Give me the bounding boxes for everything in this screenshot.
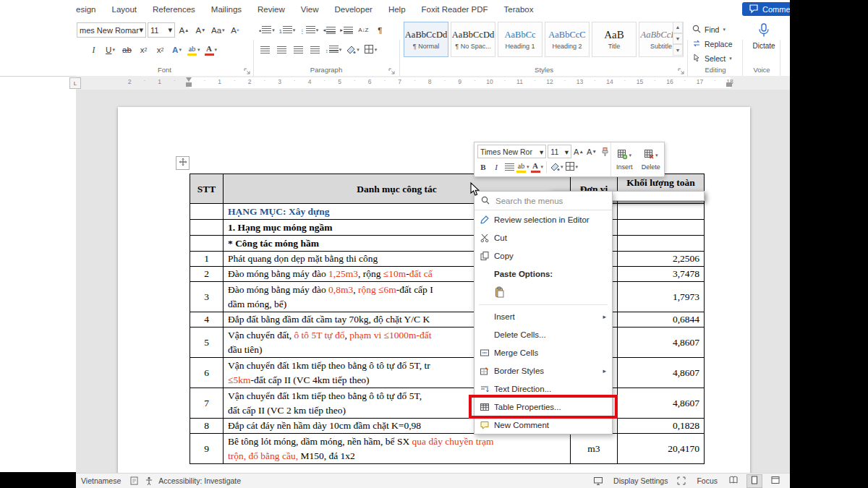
web-layout-button[interactable] [768,475,783,487]
horizontal-ruler[interactable]: 21123456789101112131415161718···········… [76,76,790,90]
select-button[interactable]: Select▾ [692,51,733,65]
mini-bullets-button[interactable] [503,160,515,174]
estimate-table[interactable]: STTDanh mục công tácĐơn vịKhối lượng toà… [190,174,705,464]
line-spacing-button[interactable]: ↕▾ [324,42,343,57]
style-gallery-down-button[interactable]: ▼ [673,33,683,45]
shrink-font-button[interactable]: A▼ [193,22,208,38]
table-header-cell[interactable]: STT [190,174,224,204]
table-cell[interactable]: 4 [190,312,224,328]
align-right-button[interactable] [291,42,306,57]
table-cell[interactable] [618,236,705,252]
proofing-status-icon[interactable] [129,476,140,486]
style-card-heading-1[interactable]: AaBbCcHeading 1 [498,22,542,57]
left-indent-marker[interactable] [186,82,192,87]
text-effects-button[interactable]: A▾ [169,42,184,57]
table-cell[interactable]: 1,7973 [618,282,705,312]
paragraph-dialog-launcher[interactable] [388,65,396,73]
justify-button[interactable] [307,42,323,57]
table-cell[interactable]: 7 [190,388,224,419]
decrease-indent-button[interactable]: ◂ [321,22,337,38]
table-cell[interactable] [190,204,224,220]
table-cell[interactable]: 8 [190,419,224,434]
menu-item-text-direction[interactable]: Text Direction... [475,380,612,398]
ribbon-tab-layout[interactable]: Layout [104,5,145,14]
sort-button[interactable]: A↓Z [356,22,371,38]
style-card-heading-2[interactable]: AaBbCcCHeading 2 [545,22,590,57]
table-cell[interactable]: 4,8607 [618,388,705,419]
increase-indent-button[interactable]: ▸ [339,22,354,38]
table-cell[interactable]: Bê tông lót móng, dầm móng, nền hầm, bể … [224,434,571,464]
show-formatting-marks-button[interactable]: ¶ [373,22,388,38]
numbering-button[interactable]: 1▾ [278,22,297,38]
language-status[interactable]: Vietnamese [81,476,121,485]
table-cell[interactable]: 2 [190,267,224,282]
table-cell[interactable]: 1 [190,252,224,267]
ribbon-tab-view[interactable]: View [293,5,327,14]
accessibility-status[interactable]: Accessibility: Investigate [158,476,241,485]
table-cell[interactable]: 5 [190,328,224,358]
table-move-handle[interactable] [176,156,190,170]
menu-item-cut[interactable]: Cut [475,228,612,247]
table-cell[interactable]: 3 [190,282,224,312]
ribbon-tab-references[interactable]: References [145,5,203,14]
read-mode-button[interactable] [726,475,741,487]
focus-button[interactable]: Focus [697,476,718,485]
table-cell[interactable] [190,236,224,252]
menu-item-insert[interactable]: Insert▸ [475,307,612,325]
menu-item-merge-cells[interactable]: Merge Cells [475,343,612,361]
print-layout-button[interactable] [746,474,762,488]
subscript-button[interactable]: x2 [136,42,151,57]
menu-item-table-properties[interactable]: Table Properties... [475,398,612,416]
align-left-button[interactable] [258,42,273,57]
style-card-title[interactable]: AaBTitle [592,22,637,57]
table-cell[interactable]: 2,2506 [618,252,705,267]
multilevel-list-button[interactable]: ⋮▾ [298,22,320,38]
menu-item-border-styles[interactable]: Border Styles▸ [475,361,612,380]
font-size-combo[interactable]: 11 ▾ [148,22,175,38]
mini-font-size-combo[interactable]: 11 ▾ [548,145,571,158]
mini-format-painter-button[interactable] [599,145,610,158]
font-name-combo[interactable]: mes New Romar ▾ [77,22,146,38]
table-cell[interactable]: m3 [571,434,618,464]
table-cell[interactable]: 0,6844 [618,312,705,328]
replace-button[interactable]: Replace [692,37,733,51]
table-cell[interactable]: 3,7478 [618,267,705,282]
table-cell[interactable] [190,220,224,236]
menu-item-copy[interactable]: Copy [475,247,612,265]
underline-button[interactable]: U▾ [103,42,118,57]
mini-italic-button[interactable]: I [490,160,502,174]
font-dialog-launcher[interactable] [243,65,251,73]
tab-selector-button[interactable]: L [69,77,81,89]
table-cell[interactable] [618,204,705,220]
menu-item-paste-options[interactable]: Paste Options: [475,265,612,283]
table-cell[interactable]: 9 [190,434,224,464]
find-button[interactable]: Find▾ [692,22,733,36]
borders-button[interactable]: ▾ [362,42,379,57]
mini-font-color-button[interactable]: A▾ [531,160,544,174]
table-cell[interactable]: 4,8607 [618,358,705,388]
highlight-color-button[interactable]: ab▾ [186,42,202,57]
ribbon-tab-review[interactable]: Review [250,5,293,14]
style-gallery-up-button[interactable]: ▲ [673,22,683,33]
dictate-button[interactable]: Dictate [748,22,780,50]
ribbon-tab-mailings[interactable]: Mailings [203,5,250,14]
ribbon-tab-developer[interactable]: Developer [326,5,380,14]
style-gallery-more-button[interactable]: ▼ [673,44,683,56]
clear-formatting-button[interactable]: A× [228,22,243,38]
paste-option-button[interactable] [475,283,612,302]
change-case-button[interactable]: Aa▾ [210,22,226,38]
bullets-button[interactable]: •▾ [258,22,276,38]
mini-shading-button[interactable]: ▾ [550,160,563,174]
grow-font-button[interactable]: A▲ [176,22,192,38]
menu-search-box[interactable]: Search the menus [475,192,612,210]
mini-grow-font-button[interactable]: A▲ [573,145,584,158]
first-line-indent-marker[interactable] [186,77,192,82]
mini-insert-table-button[interactable]: ▾ Insert [611,142,638,176]
mini-font-name-combo[interactable]: Times New Ror ▾ [477,145,546,158]
ribbon-tab-help[interactable]: Help [380,5,414,14]
mini-shrink-font-button[interactable]: A▼ [586,145,597,158]
ribbon-tab-terabox[interactable]: Terabox [496,5,542,14]
style-card-normal[interactable]: AaBbCcDd¶ Normal [404,22,448,57]
menu-item-review-selection-in-editor[interactable]: Review selection in Editor [475,210,612,228]
mini-delete-table-button[interactable]: ▾ Delete [638,142,665,176]
